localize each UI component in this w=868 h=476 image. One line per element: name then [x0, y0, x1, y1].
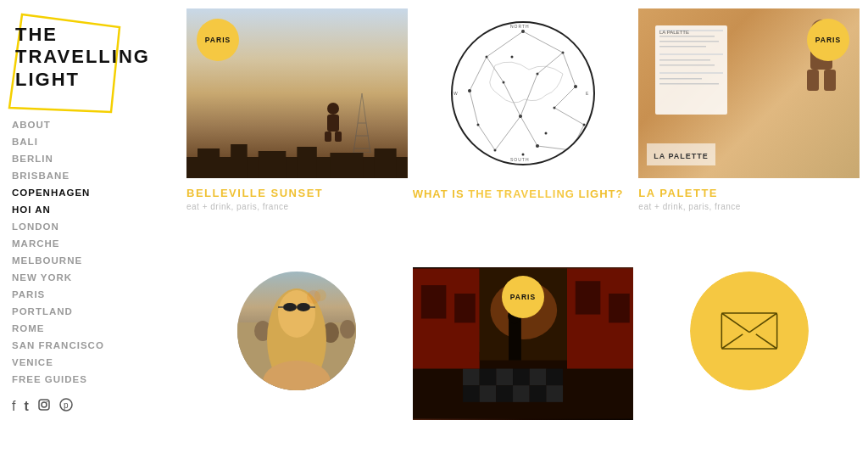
constellation-info: WHAT IS THE TRAVELLING LIGHT?	[413, 178, 624, 208]
card-paris-interior[interactable]: PARIS	[413, 267, 634, 468]
svg-rect-96	[463, 385, 480, 402]
svg-text:SOUTH: SOUTH	[510, 157, 530, 162]
svg-line-51	[537, 146, 571, 150]
nav-item-london[interactable]: LONDON	[12, 218, 170, 233]
svg-line-41	[487, 57, 504, 82]
svg-point-78	[340, 320, 355, 339]
svg-line-49	[520, 116, 537, 146]
what-is-suffix: LIGHT?	[575, 188, 624, 200]
svg-text:LA PALETTE: LA PALETTE	[659, 30, 689, 35]
svg-line-52	[478, 125, 495, 150]
nav-item-melbourne[interactable]: MELBOURNE	[12, 252, 170, 267]
nav-item-brisbane[interactable]: BRISBANE	[12, 167, 170, 182]
svg-line-53	[571, 125, 584, 150]
svg-rect-7	[327, 115, 339, 132]
belleville-info: BELLEVILLE SUNSET eat + drink, paris, fr…	[186, 178, 408, 215]
svg-point-88	[314, 289, 326, 301]
nav-item-marche[interactable]: MARCHE	[12, 235, 170, 250]
travelling-light-yellow: THE TRAVELLING	[468, 188, 575, 200]
svg-line-50	[554, 108, 584, 125]
svg-rect-15	[198, 148, 220, 178]
card-envelope[interactable]	[638, 267, 860, 468]
svg-rect-67	[659, 78, 702, 80]
nav-item-paris[interactable]: PARIS	[12, 286, 170, 301]
svg-rect-58	[655, 25, 727, 115]
nav-item-copenhagen[interactable]: COPENHAGEN	[12, 184, 170, 199]
constellation-circle: NORTH SOUTH W E	[451, 21, 595, 165]
menu-card-icon: LA PALETTE	[655, 25, 732, 119]
svg-rect-66	[659, 72, 723, 74]
svg-rect-64	[659, 59, 710, 61]
nav-item-newyork[interactable]: NEW YORK	[12, 269, 170, 284]
svg-rect-101	[546, 385, 563, 402]
svg-rect-97	[479, 385, 496, 402]
sidebar: THE TRAVELLING LIGHT ABOUT BALI BERLIN B…	[0, 0, 186, 476]
card-constellation[interactable]: NORTH SOUTH W E WHAT IS THE TRAVELLING L…	[413, 8, 634, 262]
what-is-prefix: WHAT IS	[413, 188, 469, 200]
card-belleville[interactable]: PARIS BELLEVILLE SUNSET eat + drink, par…	[186, 8, 408, 262]
svg-point-37	[544, 132, 547, 135]
nav-item-rome[interactable]: ROME	[12, 320, 170, 335]
nav-item-venice[interactable]: VENICE	[12, 354, 170, 369]
svg-line-45	[504, 82, 520, 116]
lapalette-title: LA PALETTE	[638, 187, 860, 199]
constellation-image: NORTH SOUTH W E	[413, 8, 634, 178]
svg-rect-73	[824, 70, 836, 91]
lapalette-info: LA PALETTE eat + drink, paris, france	[638, 178, 860, 215]
svg-rect-17	[259, 151, 287, 178]
eiffel-tower-icon	[349, 93, 375, 153]
svg-line-115	[721, 334, 743, 349]
nav-item-bali[interactable]: BALI	[12, 133, 170, 148]
svg-rect-60	[659, 36, 715, 37]
svg-rect-90	[463, 369, 480, 386]
svg-line-40	[470, 57, 487, 91]
nav-item-portland[interactable]: PORTLAND	[12, 303, 170, 318]
svg-text:p: p	[64, 400, 69, 410]
svg-line-44	[470, 91, 478, 125]
svg-line-43	[563, 53, 576, 87]
nav-item-berlin[interactable]: BERLIN	[12, 150, 170, 165]
nav-item-freeguides[interactable]: FREE GUIDES	[12, 371, 170, 386]
svg-line-46	[520, 74, 537, 116]
paris-badge-lapalette: PARIS	[807, 19, 849, 61]
svg-rect-94	[529, 369, 546, 386]
lapalette-overlay-text: LA PALETTE	[647, 143, 715, 165]
nav-item-sanfrancisco[interactable]: SAN FRANCISCO	[12, 337, 170, 352]
svg-rect-106	[509, 318, 521, 360]
person-silhouette-icon	[320, 102, 346, 144]
nav-list: ABOUT BALI BERLIN BRISBANE COPENHAGEN HO…	[12, 116, 170, 386]
instagram-icon[interactable]	[37, 398, 51, 415]
svg-rect-18	[297, 147, 316, 178]
facebook-icon[interactable]: f	[12, 399, 15, 414]
svg-rect-109	[454, 294, 476, 322]
svg-line-47	[554, 87, 576, 108]
svg-text:W: W	[453, 91, 458, 96]
svg-rect-108	[420, 285, 446, 318]
constellation-svg: NORTH SOUTH W E	[453, 23, 593, 164]
svg-rect-98	[496, 385, 513, 402]
svg-rect-20	[375, 148, 397, 178]
paris-badge-interior: PARIS	[502, 276, 544, 318]
svg-rect-93	[513, 369, 530, 386]
twitter-icon[interactable]: t	[24, 399, 28, 414]
nav-item-hoian[interactable]: HOI AN	[12, 201, 170, 216]
svg-point-36	[510, 56, 513, 59]
svg-rect-62	[659, 46, 706, 48]
social-icons: f t p	[12, 398, 170, 415]
pinterest-icon[interactable]: p	[59, 398, 73, 415]
card-lapalette[interactable]: LA PALETTE LA PALETTE PARIS LA PALETTE e…	[638, 8, 860, 262]
svg-rect-91	[479, 369, 496, 386]
svg-rect-99	[513, 385, 530, 402]
svg-point-2	[42, 402, 47, 407]
svg-point-83	[297, 303, 310, 311]
paris-badge-belleville: PARIS	[197, 19, 239, 61]
svg-rect-72	[807, 70, 819, 91]
svg-point-35	[521, 154, 524, 156]
card-girl-circle[interactable]	[186, 267, 408, 468]
belleville-image: PARIS	[186, 8, 408, 178]
svg-point-82	[283, 303, 297, 311]
svg-line-113	[721, 313, 749, 333]
lapalette-subtitle: eat + drink, paris, france	[638, 202, 860, 211]
girl-silhouette-icon	[237, 272, 356, 390]
what-is-title: WHAT IS THE TRAVELLING LIGHT?	[413, 187, 624, 202]
